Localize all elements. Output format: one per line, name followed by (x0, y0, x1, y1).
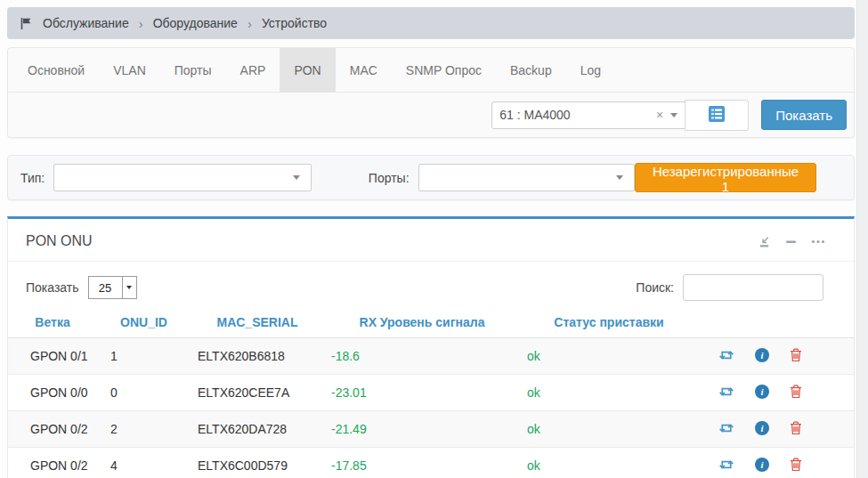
trash-icon[interactable] (790, 421, 802, 435)
search-group: Поиск: (636, 274, 836, 301)
tab-arp[interactable]: ARP (226, 48, 280, 92)
table-row: GPON 0/0 0 ELTX620CEE7A -23.01 ok i (8, 375, 854, 411)
cell-rx-level: -23.01 (324, 375, 520, 411)
ports-filter-select[interactable] (418, 164, 635, 191)
cell-onu-id: 1 (97, 338, 191, 375)
search-input[interactable] (683, 274, 823, 301)
page-size-select[interactable]: 25 (88, 276, 137, 299)
unregistered-button[interactable]: Незарегистрированные 1 (635, 163, 816, 192)
breadcrumb-item-service[interactable]: Обслуживание (43, 16, 129, 30)
tab-main[interactable]: Основной (13, 48, 99, 92)
header-mac-serial[interactable]: MAC_SERIAL (191, 310, 324, 338)
device-list-button[interactable] (685, 100, 749, 131)
resync-retweet-icon[interactable] (718, 458, 734, 471)
header-stb-status[interactable]: Статус приставки (520, 310, 698, 338)
tab-bar: Основной VLAN Порты ARP PON MAC SNMP Опр… (8, 48, 854, 93)
tab-pon[interactable]: PON (280, 48, 335, 92)
ports-filter-label: Порты: (369, 171, 410, 185)
cell-branch: GPON 0/2 (8, 411, 97, 448)
chevron-down-icon (293, 175, 300, 180)
filter-panel: Тип: Порты: Незарегистрированные 1 (7, 155, 855, 200)
breadcrumb-separator: › (246, 16, 254, 31)
table-row: GPON 0/1 1 ELTX620B6818 -18.6 ok i (8, 338, 854, 375)
pon-onu-panel: PON ONU Показать 25 (7, 216, 855, 478)
page-scrollbar[interactable] (856, 0, 868, 478)
device-tabs-panel: Основной VLAN Порты ARP PON MAC SNMP Опр… (7, 47, 855, 138)
cell-stb-status: ok (520, 448, 698, 478)
header-actions (698, 310, 854, 338)
cell-onu-id: 4 (97, 448, 191, 478)
pon-panel-header: PON ONU (8, 219, 854, 262)
breadcrumb-separator: › (137, 16, 145, 31)
header-onu-id[interactable]: ONU_ID (97, 310, 191, 338)
cell-rx-level: -18.6 (324, 338, 520, 375)
device-controls: 61 : MA4000 × Показать (8, 93, 854, 137)
trash-icon[interactable] (790, 458, 802, 472)
device-select-value: 61 : MA4000 (499, 108, 649, 122)
page-size-group: Показать 25 (26, 276, 137, 299)
page: Обслуживание › Оборудование › Устройство… (0, 0, 856, 478)
info-icon[interactable]: i (755, 348, 769, 362)
show-button[interactable]: Показать (761, 100, 847, 130)
cell-onu-id: 0 (97, 375, 191, 411)
info-icon[interactable]: i (755, 385, 769, 399)
cell-mac-serial: ELTX620DA728 (191, 411, 324, 448)
tab-mac[interactable]: MAC (336, 48, 392, 92)
cell-rx-level: -17.85 (324, 448, 520, 478)
resync-retweet-icon[interactable] (718, 349, 734, 361)
type-filter-label: Тип: (20, 171, 45, 185)
cell-mac-serial: ELTX620CEE7A (191, 375, 324, 411)
onu-table: Ветка ONU_ID MAC_SERIAL RX Уровень сигна… (8, 310, 854, 478)
trash-icon[interactable] (790, 348, 802, 362)
type-filter-select[interactable] (53, 164, 312, 191)
cell-stb-status: ok (520, 411, 698, 448)
trash-icon[interactable] (790, 385, 802, 399)
info-icon[interactable]: i (755, 421, 769, 435)
tab-vlan[interactable]: VLAN (99, 48, 160, 92)
header-branch[interactable]: Ветка (8, 310, 97, 338)
breadcrumb-item-device[interactable]: Устройство (262, 16, 327, 30)
resync-retweet-icon[interactable] (718, 385, 734, 398)
cell-mac-serial: ELTX620B6818 (191, 338, 324, 375)
tab-ports[interactable]: Порты (160, 48, 226, 92)
device-select[interactable]: 61 : MA4000 × (491, 101, 685, 129)
info-icon[interactable]: i (755, 458, 769, 472)
export-icon[interactable] (758, 235, 771, 248)
select-arrow-icon (122, 277, 136, 298)
clear-selection-icon[interactable]: × (649, 108, 670, 122)
cell-onu-id: 2 (97, 411, 191, 448)
page-size-value: 25 (89, 277, 122, 298)
tab-log[interactable]: Log (566, 48, 615, 92)
page-size-label: Показать (26, 280, 79, 295)
resync-retweet-icon[interactable] (718, 422, 734, 434)
breadcrumb-item-equipment[interactable]: Оборудование (153, 16, 238, 30)
tab-backup[interactable]: Backup (496, 48, 566, 92)
cell-stb-status: ok (520, 375, 698, 411)
cell-branch: GPON 0/1 (8, 338, 97, 375)
tab-snmp[interactable]: SNMP Опрос (392, 48, 496, 92)
flag-icon (20, 17, 33, 30)
header-rx-level[interactable]: RX Уровень сигнала (324, 310, 520, 338)
collapse-minus-icon[interactable] (785, 236, 797, 247)
cell-branch: GPON 0/0 (8, 375, 97, 411)
chevron-down-icon (616, 175, 623, 180)
ellipsis-icon[interactable] (811, 236, 825, 247)
cell-branch: GPON 0/2 (8, 448, 97, 478)
chevron-down-icon (670, 113, 677, 117)
table-controls: Показать 25 Поиск: (8, 262, 854, 310)
list-table-icon (709, 106, 725, 125)
search-label: Поиск: (636, 280, 674, 295)
table-header-row: Ветка ONU_ID MAC_SERIAL RX Уровень сигна… (8, 310, 854, 338)
breadcrumb: Обслуживание › Оборудование › Устройство (7, 7, 855, 39)
panel-title: PON ONU (26, 233, 93, 249)
cell-rx-level: -21.49 (324, 411, 520, 448)
table-row: GPON 0/2 4 ELTX6C00D579 -17.85 ok i (8, 448, 854, 478)
panel-tools (758, 235, 836, 248)
cell-mac-serial: ELTX6C00D579 (191, 448, 324, 478)
cell-stb-status: ok (520, 338, 698, 375)
table-row: GPON 0/2 2 ELTX620DA728 -21.49 ok i (8, 411, 854, 448)
